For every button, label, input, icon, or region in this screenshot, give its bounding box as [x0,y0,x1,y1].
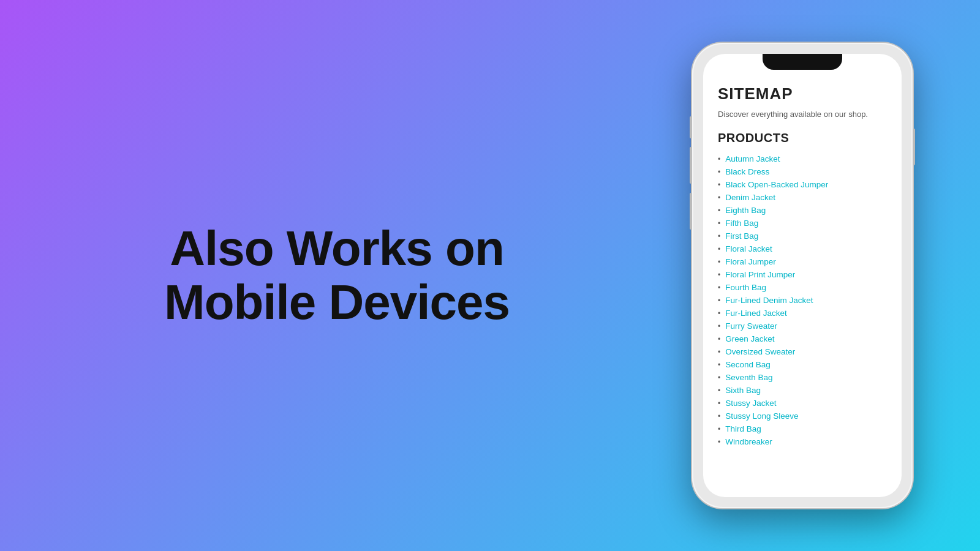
product-link[interactable]: Furry Sweater [725,321,777,331]
product-bullet: • [718,361,720,369]
product-link[interactable]: Floral Jacket [725,244,772,253]
phone-shell: SITEMAP Discover everything available on… [692,43,913,508]
product-link[interactable]: Oversized Sweater [725,347,795,356]
phone-volume-up-button [690,147,692,184]
product-list-item[interactable]: •Fur-Lined Denim Jacket [718,294,887,307]
product-bullet: • [718,412,720,421]
product-list-item[interactable]: •Black Dress [718,165,887,178]
product-list-item[interactable]: •Sixth Bag [718,384,887,397]
product-list-item[interactable]: •Stussy Jacket [718,397,887,410]
products-list: •Autumn Jacket•Black Dress•Black Open-Ba… [718,152,887,448]
product-link[interactable]: Windbreaker [725,437,772,446]
product-link[interactable]: Green Jacket [725,334,774,343]
product-link[interactable]: Sixth Bag [725,386,761,395]
product-bullet: • [718,425,720,433]
product-bullet: • [718,283,720,292]
product-link[interactable]: Black Open-Backed Jumper [725,180,828,189]
product-list-item[interactable]: •Fur-Lined Jacket [718,307,887,320]
product-list-item[interactable]: •First Bag [718,230,887,242]
phone-notch [763,54,842,70]
product-link[interactable]: Eighth Bag [725,206,766,215]
product-list-item[interactable]: •Fifth Bag [718,217,887,230]
product-list-item[interactable]: •Furry Sweater [718,320,887,332]
product-link[interactable]: Floral Jumper [725,257,776,266]
product-link[interactable]: Autumn Jacket [725,154,780,163]
product-list-item[interactable]: •Windbreaker [718,435,887,448]
product-list-item[interactable]: •Second Bag [718,358,887,371]
product-bullet: • [718,193,720,202]
product-list-item[interactable]: •Floral Print Jumper [718,268,887,281]
product-bullet: • [718,245,720,253]
product-list-item[interactable]: •Black Open-Backed Jumper [718,178,887,191]
product-bullet: • [718,348,720,356]
product-link[interactable]: Fur-Lined Jacket [725,309,787,318]
product-link[interactable]: Fifth Bag [725,219,758,228]
product-bullet: • [718,206,720,215]
product-bullet: • [718,219,720,228]
product-bullet: • [718,373,720,382]
product-link[interactable]: First Bag [725,231,758,241]
product-link[interactable]: Third Bag [725,424,761,433]
product-list-item[interactable]: •Floral Jumper [718,255,887,268]
product-bullet: • [718,168,720,176]
product-bullet: • [718,296,720,305]
screen-content[interactable]: SITEMAP Discover everything available on… [703,72,902,497]
background: Also Works on Mobile Devices SITEMAP Dis… [0,0,980,551]
product-list-item[interactable]: •Third Bag [718,422,887,435]
product-link[interactable]: Black Dress [725,167,769,176]
product-list-item[interactable]: •Oversized Sweater [718,345,887,358]
product-bullet: • [718,309,720,318]
phone-mockup: SITEMAP Discover everything available on… [674,24,931,527]
product-list-item[interactable]: •Denim Jacket [718,191,887,204]
product-link[interactable]: Stussy Long Sleeve [725,411,798,421]
product-bullet: • [718,322,720,331]
product-bullet: • [718,155,720,163]
product-bullet: • [718,258,720,266]
phone-screen: SITEMAP Discover everything available on… [703,54,902,497]
product-list-item[interactable]: •Green Jacket [718,332,887,345]
product-list-item[interactable]: •Floral Jacket [718,242,887,255]
product-list-item[interactable]: •Stussy Long Sleeve [718,410,887,422]
product-link[interactable]: Stussy Jacket [725,399,776,408]
product-link[interactable]: Fourth Bag [725,283,766,292]
hero-heading: Also Works on Mobile Devices [164,222,510,329]
product-link[interactable]: Fur-Lined Denim Jacket [725,296,813,305]
phone-power-button [913,129,915,165]
phone-volume-down-button [690,193,692,230]
product-link[interactable]: Denim Jacket [725,193,775,202]
hero-text-area: Also Works on Mobile Devices [0,222,674,329]
product-link[interactable]: Floral Print Jumper [725,270,795,279]
product-bullet: • [718,181,720,189]
product-link[interactable]: Second Bag [725,360,771,369]
products-heading: PRODUCTS [718,131,887,145]
sitemap-title: SITEMAP [718,84,887,103]
product-list-item[interactable]: •Eighth Bag [718,204,887,217]
sitemap-description: Discover everything available on our sho… [718,110,887,119]
product-bullet: • [718,232,720,241]
product-bullet: • [718,399,720,408]
phone-mute-button [690,116,692,138]
product-bullet: • [718,335,720,343]
product-bullet: • [718,438,720,446]
product-bullet: • [718,386,720,395]
product-bullet: • [718,271,720,279]
product-link[interactable]: Seventh Bag [725,373,772,382]
product-list-item[interactable]: •Autumn Jacket [718,152,887,165]
product-list-item[interactable]: •Seventh Bag [718,371,887,384]
product-list-item[interactable]: •Fourth Bag [718,281,887,294]
